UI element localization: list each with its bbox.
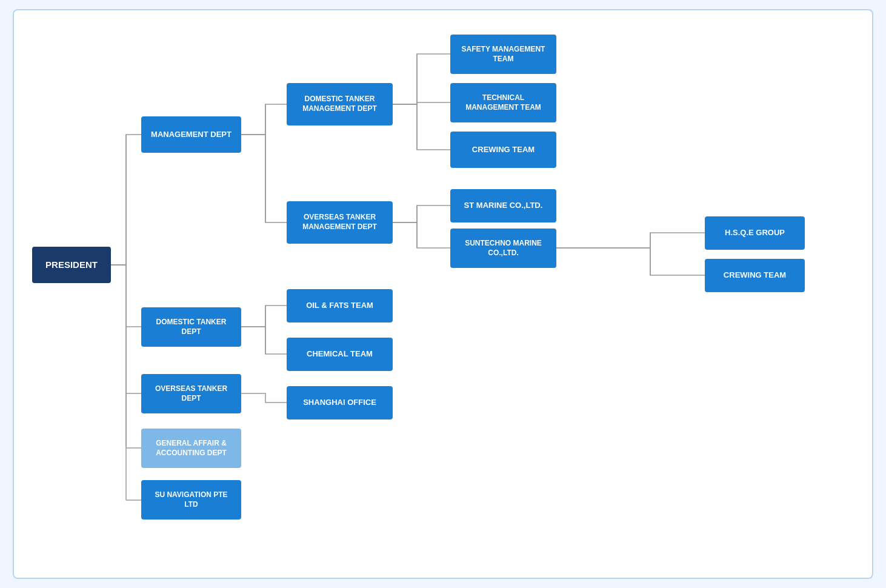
domestic-tanker-mgmt-node: DOMESTIC TANKER MANAGEMENT DEPT [287, 83, 393, 125]
domestic-tanker-dept-node: DOMESTIC TANKER DEPT [141, 307, 241, 347]
management-dept-node: MANAGEMENT DEPT [141, 116, 241, 153]
president-node: PRESIDENT [32, 247, 111, 283]
hsqe-group-node: H.S.Q.E GROUP [705, 216, 805, 250]
safety-mgmt-node: SAFETY MANAGEMENT TEAM [450, 35, 556, 74]
overseas-tanker-mgmt-node: OVERSEAS TANKER MANAGEMENT DEPT [287, 201, 393, 244]
overseas-tanker-dept-node: OVERSEAS TANKER DEPT [141, 374, 241, 413]
chemical-team-node: CHEMICAL TEAM [287, 338, 393, 371]
technical-mgmt-node: TECHNICAL MANAGEMENT TEAM [450, 83, 556, 122]
oil-fats-node: OIL & FATS TEAM [287, 289, 393, 322]
suntechno-node: SUNTECHNO MARINE CO.,LTD. [450, 229, 556, 268]
shanghai-office-node: SHANGHAI OFFICE [287, 386, 393, 419]
crewing-team2-node: CREWING TEAM [705, 259, 805, 292]
su-navigation-node: SU NAVIGATION PTE LTD [141, 480, 241, 520]
st-marine-node: ST MARINE CO.,LTD. [450, 189, 556, 222]
org-chart: PRESIDENT MANAGEMENT DEPT DOMESTIC TANKE… [13, 9, 873, 579]
general-affair-node: GENERAL AFFAIR & ACCOUNTING DEPT [141, 429, 241, 468]
crewing-team1-node: CREWING TEAM [450, 132, 556, 168]
